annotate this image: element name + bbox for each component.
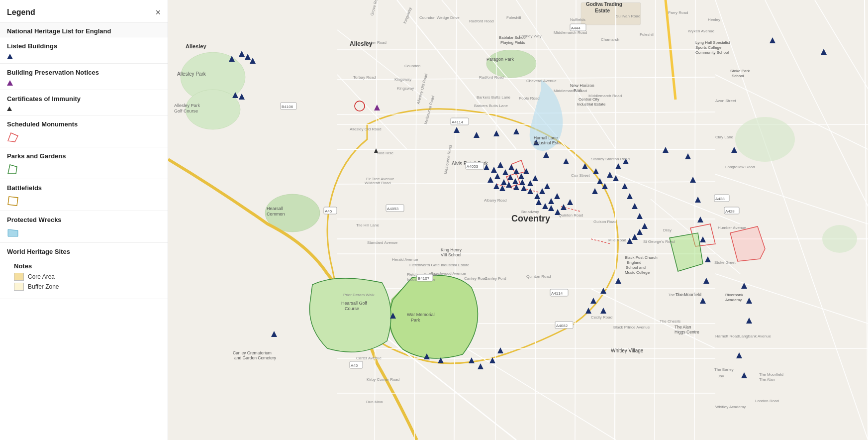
svg-text:Nod Rise: Nod Rise (377, 151, 393, 155)
svg-text:Chamarsh: Chamarsh (601, 37, 619, 42)
svg-text:Poole Road: Poole Road (519, 96, 540, 101)
svg-text:Coventry: Coventry (511, 214, 550, 223)
legend-close-button[interactable]: × (155, 8, 161, 17)
svg-marker-0 (8, 133, 18, 142)
svg-text:Nuffields: Nuffields (570, 17, 585, 22)
svg-text:Quinton Road: Quinton Road (559, 213, 583, 218)
legend-category-wrecks: Protected Wrecks (0, 211, 168, 243)
listed-buildings-icon (7, 54, 13, 59)
legend-category-scheduled: Scheduled Monuments (0, 115, 168, 147)
svg-text:Stoke Greet: Stoke Greet (714, 260, 736, 265)
map-area[interactable]: Allesley Allesley Park Allesley Park Gol… (168, 0, 868, 440)
svg-text:The Alan: The Alan (675, 325, 691, 330)
svg-text:The Mount: The Mount (668, 293, 687, 297)
svg-text:Radford Road: Radford Road (479, 75, 504, 80)
svg-text:A444: A444 (571, 26, 580, 30)
core-area-label: Core Area (28, 273, 55, 280)
svg-text:The Moorfield: The Moorfield (759, 372, 783, 377)
nhle-section-header: National Heritage List for England (0, 22, 168, 37)
svg-text:Hearsall Golf: Hearsall Golf (341, 301, 368, 306)
svg-text:War Memorial: War Memorial (407, 312, 435, 317)
legend-category-bpn: Building Preservation Notices (0, 64, 168, 90)
scheduled-title: Scheduled Monuments (7, 120, 161, 128)
notes-title: Notes (14, 262, 154, 270)
svg-text:Coundon: Coundon (404, 64, 420, 68)
svg-text:Allesley: Allesley (186, 43, 206, 49)
scheduled-item (7, 131, 161, 144)
svg-text:Gulson Road: Gulson Road (593, 220, 617, 224)
svg-text:Barkers Butts Lane: Barkers Butts Lane (477, 95, 511, 100)
svg-text:Hearsall: Hearsall (267, 206, 283, 211)
legend-category-parks: Parks and Gardens (0, 147, 168, 179)
svg-text:School: School (732, 74, 744, 78)
svg-text:Allesley: Allesley (350, 40, 373, 47)
svg-text:Allesley Park: Allesley Park (177, 71, 206, 77)
buffer-zone-label: Buffer Zone (28, 283, 59, 290)
svg-marker-3 (8, 229, 18, 236)
svg-marker-2 (8, 197, 18, 206)
svg-text:Foleshill: Foleshill (640, 32, 655, 37)
svg-text:Golf Course: Golf Course (174, 109, 198, 113)
buffer-zone-item: Buffer Zone (14, 283, 154, 291)
svg-text:Herald Avenue: Herald Avenue (392, 257, 418, 262)
svg-text:Sullivan Road: Sullivan Road (616, 14, 640, 18)
svg-text:School and: School and (626, 265, 646, 270)
svg-text:Cox Street: Cox Street (571, 173, 590, 178)
svg-text:Middlemarch Road: Middlemarch Road (554, 89, 587, 93)
svg-text:New Horizon: New Horizon (570, 83, 594, 88)
svg-point-52 (735, 117, 795, 162)
wrecks-title: Protected Wrecks (7, 216, 161, 223)
svg-text:Course: Course (345, 306, 359, 311)
svg-text:A4053: A4053 (387, 207, 399, 211)
svg-text:Higgs Centre: Higgs Centre (675, 330, 699, 334)
legend-category-coi: Certificates of Immunity (0, 90, 168, 115)
svg-text:Kingsway: Kingsway (394, 77, 411, 82)
svg-text:Estate: Estate (595, 8, 610, 13)
svg-text:Music College: Music College (625, 270, 650, 275)
svg-text:Albany Road: Albany Road (484, 198, 507, 203)
svg-text:Riverbank: Riverbank (725, 293, 744, 297)
svg-text:Middlemarch Road: Middlemarch Road (588, 94, 622, 98)
legend-category-battlefields: Battlefields (0, 179, 168, 211)
svg-text:Humber Avenue: Humber Avenue (718, 225, 747, 230)
svg-text:Standard Avenue: Standard Avenue (367, 240, 398, 245)
world-heritage-notes: Notes Core Area Buffer Zone (7, 258, 161, 296)
svg-point-53 (822, 225, 857, 253)
svg-text:Academy: Academy (725, 298, 742, 302)
svg-text:Paragon Park: Paragon Park (486, 57, 514, 62)
svg-text:Parry Road: Parry Road (668, 10, 688, 15)
svg-text:Harnall Lane: Harnall Lane (534, 135, 558, 140)
svg-text:Wildcraft Road: Wildcraft Road (365, 181, 390, 185)
map-svg: Allesley Allesley Park Allesley Park Gol… (168, 0, 868, 440)
svg-text:Whitley Academy: Whitley Academy (715, 405, 746, 409)
svg-text:Godiva Trading: Godiva Trading (586, 1, 622, 7)
svg-text:Black Prince Avenue: Black Prince Avenue (613, 325, 650, 330)
svg-text:A4082: A4082 (556, 324, 568, 328)
svg-text:Radford Road: Radford Road (469, 19, 494, 23)
svg-text:Wyken Avenue: Wyken Avenue (688, 29, 715, 33)
svg-text:Lyng Hall Specialist: Lyng Hall Specialist (695, 40, 730, 45)
svg-text:Bablake School: Bablake School (499, 35, 527, 40)
svg-text:Harnett Road: Harnett Road (715, 334, 739, 338)
wrecks-item (7, 226, 161, 239)
svg-text:A428: A428 (715, 197, 725, 201)
svg-text:Kingsway: Kingsway (397, 86, 414, 91)
battlefields-title: Battlefields (7, 184, 161, 192)
svg-text:Cheveral Avenue: Cheveral Avenue (526, 79, 557, 83)
svg-text:Industrial Esta: Industrial Esta (534, 140, 561, 145)
bpn-title: Building Preservation Notices (7, 69, 161, 76)
svg-text:Community School: Community School (695, 50, 729, 55)
svg-text:Allesley Old Road: Allesley Old Road (350, 127, 382, 131)
bpn-item (7, 79, 161, 87)
svg-text:Tile Hill Lane: Tile Hill Lane (356, 223, 379, 227)
svg-text:Canley Road: Canley Road (464, 276, 487, 281)
svg-text:Canley Ford: Canley Ford (484, 276, 506, 281)
svg-text:Langbank Avenue: Langbank Avenue (739, 334, 771, 338)
coi-icon (7, 107, 12, 111)
legend-panel: Legend × National Heritage List for Engl… (0, 0, 168, 440)
legend-category-world-heritage: World Heritage Sites Notes Core Area Buf… (0, 243, 168, 299)
svg-text:Sports College: Sports College (695, 45, 722, 50)
svg-text:Whitley Village: Whitley Village (611, 348, 644, 353)
svg-marker-1 (8, 165, 17, 174)
svg-text:Playing Fields: Playing Fields (500, 40, 525, 45)
